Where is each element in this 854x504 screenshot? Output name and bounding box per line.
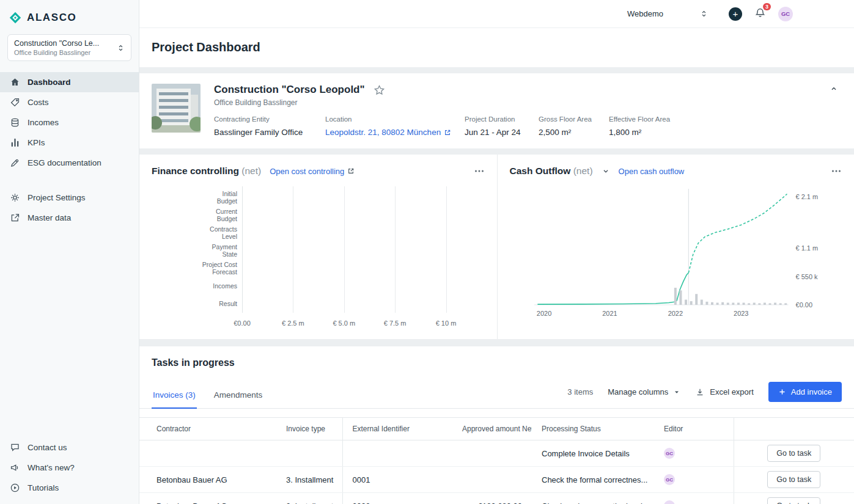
select-chevrons-icon xyxy=(117,44,125,52)
finance-category-label: Incomes xyxy=(152,277,237,295)
editor-avatar: GC xyxy=(664,474,675,485)
sidebar-item-master-data[interactable]: Master data xyxy=(0,208,139,228)
brand-logo-icon xyxy=(9,11,22,24)
project-selector-title: Construction "Corso Le... xyxy=(14,39,99,48)
app-root: ALASCO Construction "Corso Le... Office … xyxy=(0,0,854,504)
field-value: 1,800 m² xyxy=(609,128,670,137)
gridline xyxy=(344,186,345,313)
chevron-down-icon[interactable] xyxy=(602,167,610,175)
tab-amendments[interactable]: Amendments xyxy=(213,390,264,409)
cell-external-identifier xyxy=(342,440,452,467)
open-cost-controlling-link[interactable]: Open cost controlling xyxy=(270,167,355,176)
favorite-star-icon[interactable] xyxy=(374,84,385,96)
manage-columns-button[interactable]: Manage columns xyxy=(608,387,680,396)
cash-y-tick: €0.00 xyxy=(795,301,812,309)
column-header-contractor: Contractor xyxy=(139,418,276,440)
cell-editor: GC xyxy=(654,467,734,493)
cell-editor: GC xyxy=(654,440,734,467)
brand-name: ALASCO xyxy=(27,12,76,24)
outflow-bar xyxy=(674,288,676,305)
column-header-actions xyxy=(734,418,854,440)
tasks-controls: 3 items Manage columns Excel export Add … xyxy=(567,382,842,408)
cash-series-forecast xyxy=(688,194,787,272)
column-header-processing-status: Processing Status xyxy=(532,418,654,440)
column-header-editor: Editor xyxy=(654,418,734,440)
notifications-button[interactable]: 3 xyxy=(754,7,766,21)
cash-more-menu-button[interactable] xyxy=(831,166,842,177)
cell-contractor: Betonbau Bauer AG xyxy=(139,467,276,493)
global-add-button[interactable]: + xyxy=(729,7,742,21)
user-avatar[interactable]: GC xyxy=(778,7,793,21)
cell-invoice-type: 2. Installment xyxy=(276,493,342,504)
project-field-project-duration: Project Duration Jun 21 - Apr 24 xyxy=(465,115,526,137)
sidebar-item-contact-us[interactable]: Contact us xyxy=(0,437,139,458)
cash-y-tick: € 2.1 m xyxy=(795,193,818,200)
gridline xyxy=(395,186,396,313)
cash-chart-svg: 2020202120222023€ 2.1 m€ 1.1 m€ 550 k€0.… xyxy=(510,183,842,321)
column-header-approved-amount-net: Approved amount Net xyxy=(452,418,532,440)
field-label: Project Duration xyxy=(465,115,526,123)
cash-x-tick: 2023 xyxy=(734,310,748,317)
cell-editor: GC xyxy=(654,493,734,504)
open-cash-outflow-link[interactable]: Open cash outflow xyxy=(619,167,685,176)
sidebar-item-esg-documentation[interactable]: ESG documentation xyxy=(0,153,139,173)
sidebar-item-incomes[interactable]: Incomes xyxy=(0,112,139,133)
table-row: Betonbau Bauer AG 2. Installment 0002 €1… xyxy=(139,493,854,504)
finance-category-label: Project CostForecast xyxy=(152,260,237,277)
environment-selector[interactable]: Webdemo xyxy=(627,9,708,18)
plus-icon xyxy=(778,388,786,396)
outflow-bar xyxy=(710,302,713,305)
table-row: Complete Invoice Details GC Go to task xyxy=(139,440,854,467)
field-label: Gross Floor Area xyxy=(539,115,597,123)
finance-category-label: InitialBudget xyxy=(152,189,237,206)
sidebar-item-label: KPIs xyxy=(28,138,45,147)
cash-y-tick: € 1.1 m xyxy=(795,244,818,252)
play-icon xyxy=(10,483,20,493)
finance-panel-header: Finance controlling (net) Open cost cont… xyxy=(152,166,485,177)
column-header-invoice-type: Invoice type xyxy=(276,418,342,440)
cell-approved-amount xyxy=(452,467,532,493)
tasks-table: ContractorInvoice typeExternal Identifie… xyxy=(139,417,854,504)
sidebar-item-label: Dashboard xyxy=(28,78,71,87)
sidebar-nav-secondary: Project Settings Master data xyxy=(0,188,139,228)
outflow-bar xyxy=(779,303,781,304)
go-to-task-button[interactable]: Go to task xyxy=(767,471,820,488)
cash-outflow-panel: Cash Outflow (net) Open cash outflow 202… xyxy=(497,155,854,339)
outflow-bar xyxy=(705,302,708,305)
go-to-task-button[interactable]: Go to task xyxy=(767,445,820,462)
main-area: Webdemo + 3 GC Project Dashboard xyxy=(139,0,854,504)
finance-more-menu-button[interactable] xyxy=(474,166,485,177)
sidebar-item-kpis[interactable]: KPIs xyxy=(0,133,139,153)
go-to-task-button[interactable]: Go to task xyxy=(767,497,820,504)
outflow-bar xyxy=(679,290,682,305)
project-selector[interactable]: Construction "Corso Le... Office Buildin… xyxy=(7,34,131,61)
editor-avatar: GC xyxy=(664,448,675,459)
tasks-tabs-row: Invoices (3) Amendments 3 items Manage c… xyxy=(139,382,854,409)
gridline xyxy=(242,186,243,313)
project-field-gross-floor-area: Gross Floor Area 2,500 m² xyxy=(539,115,597,137)
sidebar-item-project-settings[interactable]: Project Settings xyxy=(0,188,139,208)
field-value: 2,500 m² xyxy=(539,128,597,137)
sidebar-item-what-s-new[interactable]: What's new? xyxy=(0,458,139,478)
page-title: Project Dashboard xyxy=(152,40,842,54)
sidebar-item-label: Costs xyxy=(28,98,49,107)
cell-action: Go to task xyxy=(734,440,854,467)
add-invoice-button[interactable]: Add invoice xyxy=(768,382,842,402)
sidebar-item-costs[interactable]: Costs xyxy=(0,92,139,112)
excel-export-button[interactable]: Excel export xyxy=(695,387,754,397)
cell-external-identifier: 0001 xyxy=(342,467,452,493)
tab-invoices-3[interactable]: Invoices (3) xyxy=(152,390,197,409)
sidebar-item-dashboard[interactable]: Dashboard xyxy=(0,72,139,92)
cell-processing-status: Complete Invoice Details xyxy=(532,440,654,467)
sidebar-item-tutorials[interactable]: Tutorials xyxy=(0,478,139,498)
cell-invoice-type: 3. Installment xyxy=(276,467,342,493)
field-label: Contracting Entity xyxy=(214,115,313,123)
field-value[interactable]: Leopoldstr. 21, 80802 München xyxy=(325,128,452,137)
collapse-card-button[interactable] xyxy=(830,84,838,93)
cell-contractor xyxy=(139,440,276,467)
cell-action: Go to task xyxy=(734,493,854,504)
project-subtitle: Office Building Basslinger xyxy=(214,98,842,107)
page-title-band: Project Dashboard xyxy=(139,28,854,67)
finance-controlling-panel: Finance controlling (net) Open cost cont… xyxy=(139,155,497,339)
outflow-bar xyxy=(685,300,687,305)
